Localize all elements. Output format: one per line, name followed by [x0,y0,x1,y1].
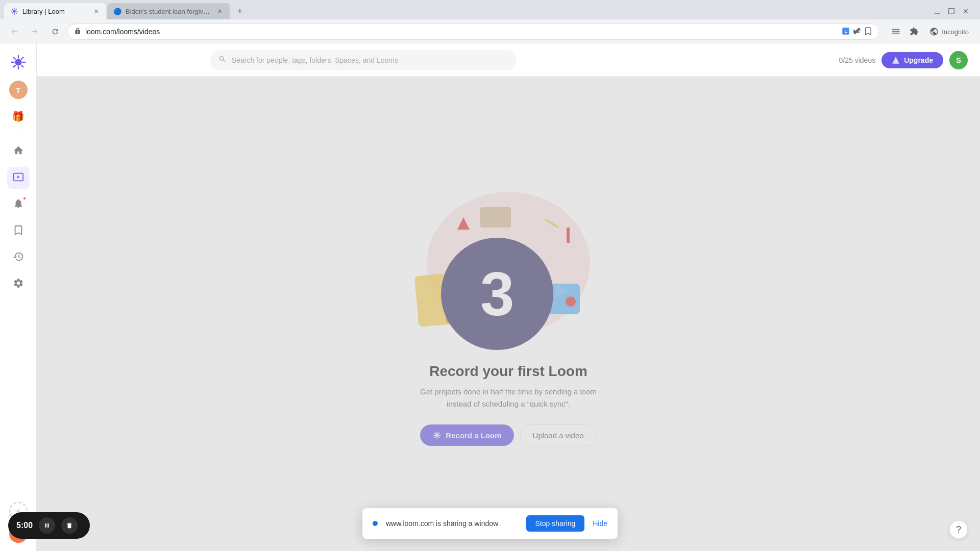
sharing-text: www.loom.com is sharing a window. [386,519,518,528]
svg-line-8 [12,13,13,14]
settings-icon [13,278,24,291]
history-icon [13,251,24,265]
tab-library-favicon [10,7,18,15]
sharing-indicator [373,521,378,526]
gift-icon: 🎁 [12,110,24,122]
svg-point-13 [15,59,21,65]
app-topbar: Search for people, tags, folders, Spaces… [37,44,980,77]
tab-biden[interactable]: 🔵 Biden's student loan forgiveness... ✕ [107,3,230,19]
topbar-right: 0/25 videos Upgrade S [839,51,968,69]
svg-line-5 [12,9,13,10]
sidebar-user-avatar[interactable]: T [9,81,28,99]
search-bar[interactable]: Search for people, tags, folders, Spaces… [210,50,517,70]
stop-sharing-button[interactable]: Stop sharing [526,515,585,532]
tab-biden-close[interactable]: ✕ [215,7,224,15]
sidebar-item-bookmarks[interactable] [7,220,30,242]
sidebar: T 🎁 [0,44,37,551]
sidebar-item-notifications[interactable] [7,193,30,216]
url-text[interactable]: loom.com/looms/videos [85,28,837,36]
bookmarks-icon [13,224,24,238]
svg-rect-9 [935,13,940,14]
incognito-badge: Incognito [924,25,974,38]
delete-recording-button[interactable] [61,517,78,534]
svg-line-6 [16,13,17,14]
camera-muted-icon [852,27,862,37]
tab-biden-label: Biden's student loan forgiveness... [126,8,211,15]
video-count: 0/25 videos [839,56,876,64]
help-button[interactable]: ? [949,520,968,539]
search-icon [218,55,227,65]
svg-point-0 [13,10,15,12]
svg-text:L: L [845,29,847,34]
browser-chrome: Library | Loom ✕ 🔵 Biden's student loan … [0,0,980,44]
notification-dot [22,196,27,201]
sidebar-logo[interactable] [8,52,29,72]
recording-bar: 5:00 [8,512,90,539]
address-bar[interactable]: loom.com/looms/videos L [67,23,879,40]
lock-icon [74,28,81,36]
sharing-banner: www.loom.com is sharing a window. Stop s… [362,508,618,539]
svg-line-7 [16,9,17,10]
hide-banner-button[interactable]: Hide [593,519,607,528]
address-bar-icons: L [841,27,873,37]
back-button[interactable] [6,23,22,40]
tab-search-icon[interactable] [888,23,904,40]
extension-icon[interactable] [906,23,922,40]
incognito-label: Incognito [942,28,969,36]
address-bar-row: loom.com/looms/videos L [0,19,980,44]
maximize-button[interactable] [945,5,958,17]
forward-button[interactable] [27,23,43,40]
tab-library-label: Library | Loom [22,8,88,15]
new-tab-button[interactable]: + [233,4,247,18]
svg-line-18 [13,58,15,59]
extension-icon-1: L [841,27,850,37]
bookmark-icon[interactable] [864,27,873,37]
minimize-button[interactable] [931,5,943,17]
sidebar-item-home[interactable] [7,140,30,163]
tab-biden-favicon: 🔵 [113,7,121,15]
toolbar-icons: Incognito [888,23,974,40]
sidebar-item-history[interactable] [7,246,30,269]
home-icon [13,145,24,159]
page-overlay [0,44,980,551]
window-controls: ✕ [931,5,976,17]
tab-library-close[interactable]: ✕ [92,7,100,15]
tab-bar: Library | Loom ✕ 🔵 Biden's student loan … [0,0,980,19]
svg-line-21 [13,65,15,67]
svg-line-19 [21,65,23,67]
refresh-button[interactable] [47,23,63,40]
sidebar-item-gift[interactable]: 🎁 [7,105,30,128]
sidebar-item-settings[interactable] [7,273,30,295]
tab-library[interactable]: Library | Loom ✕ [4,3,106,19]
sidebar-item-my-looms[interactable] [7,167,30,189]
notifications-icon [13,198,24,212]
svg-line-20 [21,58,23,59]
user-avatar-top[interactable]: S [949,51,968,69]
recording-timer: 5:00 [16,521,33,530]
sidebar-divider-1 [10,134,27,134]
my-looms-icon [13,171,24,185]
upgrade-button[interactable]: Upgrade [881,52,943,68]
close-button[interactable]: ✕ [960,5,972,17]
pause-button[interactable] [39,517,55,534]
search-placeholder: Search for people, tags, folders, Spaces… [232,56,398,64]
svg-rect-10 [949,9,954,14]
